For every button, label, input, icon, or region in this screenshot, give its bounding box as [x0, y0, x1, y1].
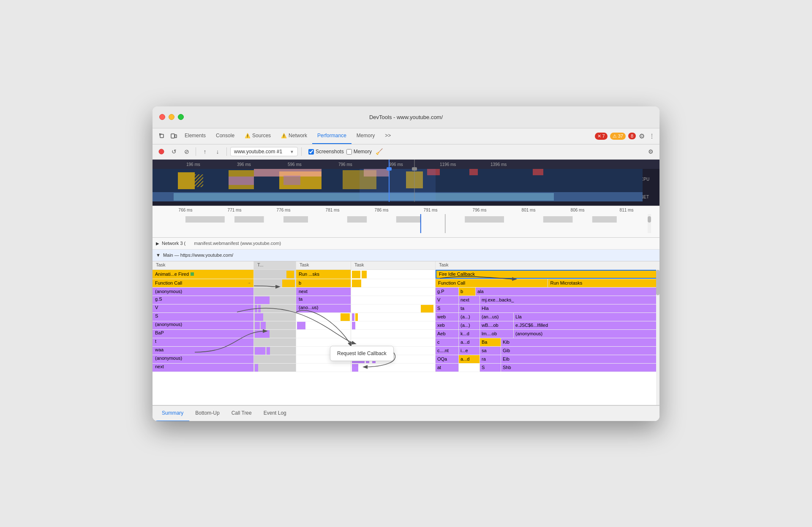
- task-col-3-header: Task: [296, 261, 351, 269]
- bottom-tabs: Summary Bottom-Up Call Tree Event Log: [153, 405, 659, 421]
- url-selector[interactable]: www.youtube.com #1 ▼: [230, 147, 298, 156]
- svg-rect-42: [283, 216, 308, 223]
- memory-checkbox-group[interactable]: Memory: [346, 149, 372, 155]
- tab-elements[interactable]: Elements: [180, 128, 211, 144]
- settings-icon[interactable]: ⚙: [636, 130, 648, 142]
- error-badge[interactable]: ✕ 7: [595, 133, 608, 140]
- cell-run-sks[interactable]: Run ...sks: [296, 270, 351, 279]
- minimize-button[interactable]: [169, 114, 174, 120]
- download-button[interactable]: ↓: [212, 146, 223, 157]
- svg-rect-3: [160, 134, 163, 138]
- warning-badge[interactable]: ⚠ 37: [610, 133, 626, 140]
- info-badge[interactable]: 8: [628, 133, 636, 139]
- svg-rect-31: [283, 176, 300, 185]
- record-button[interactable]: [156, 146, 167, 157]
- svg-rect-19: [178, 172, 195, 189]
- main-expand-icon[interactable]: ▼: [156, 253, 161, 258]
- table-row: waa c....nt i...e sa Gib: [153, 347, 659, 355]
- flame-chart[interactable]: Task T... Task Task Task Animati...e Fir…: [153, 261, 659, 405]
- svg-text:796 ms: 796 ms: [338, 162, 352, 167]
- table-row: (anonymous) next g.P b ala: [153, 288, 659, 296]
- tab-summary[interactable]: Summary: [156, 405, 189, 421]
- svg-rect-41: [234, 216, 264, 223]
- chevron-right-icon: >>: [385, 133, 391, 139]
- svg-rect-37: [387, 167, 392, 171]
- cursor-icon[interactable]: [156, 130, 168, 142]
- svg-rect-5: [175, 135, 177, 138]
- table-row: S web (a...) (an...us) Lla: [153, 313, 659, 321]
- svg-rect-8: [153, 160, 659, 169]
- broom-button[interactable]: 🧹: [373, 146, 384, 157]
- table-row: g.S ta V next mj.exe...backs_: [153, 296, 659, 304]
- sep-2: [226, 147, 227, 156]
- task-col-4-header: Task: [351, 261, 436, 269]
- network-expand-icon[interactable]: ▶: [156, 241, 159, 246]
- devtools-window: DevTools - www.youtube.com/ Elements Con…: [153, 106, 659, 421]
- sep-1: [196, 147, 196, 156]
- nav-tabs: Elements Console ⚠️ Sources ⚠️ Network P…: [153, 128, 659, 144]
- svg-text:1196 ms: 1196 ms: [440, 162, 456, 167]
- timeline-detail[interactable]: 766 ms 771 ms 776 ms 781 ms 786 ms 791 m…: [153, 206, 659, 238]
- cell-fire-idle[interactable]: Fire Idle Callback: [436, 270, 659, 279]
- cell-anim-fired[interactable]: Animati...e Fired: [153, 270, 254, 279]
- network-section-row: ▶ Network 3 ( manifest.webmanifest (www.…: [153, 238, 659, 250]
- warn-sources-icon: ⚠️: [245, 133, 251, 139]
- svg-rect-43: [347, 216, 367, 223]
- svg-rect-34: [360, 169, 436, 201]
- titlebar: DevTools - www.youtube.com/: [153, 106, 659, 128]
- svg-rect-38: [412, 167, 417, 171]
- svg-rect-20: [195, 174, 203, 187]
- tab-network[interactable]: ⚠️ Network: [276, 128, 312, 144]
- screenshots-label[interactable]: Screenshots: [308, 149, 344, 155]
- vertical-scrollbar[interactable]: [656, 261, 659, 405]
- capture-settings-icon[interactable]: ⚙: [645, 146, 656, 157]
- svg-rect-30: [229, 177, 254, 185]
- table-row: BaP Aeb k...d lm....ob (anonymous): [153, 330, 659, 338]
- table-row: t c a...d Ba Kib: [153, 338, 659, 347]
- maximize-button[interactable]: [178, 114, 184, 120]
- memory-checkbox[interactable]: [346, 149, 352, 155]
- svg-rect-40: [185, 216, 225, 223]
- traffic-lights: [159, 114, 184, 120]
- tab-memory[interactable]: Memory: [352, 128, 380, 144]
- dropdown-icon[interactable]: ▼: [290, 149, 294, 154]
- scrollbar-thumb[interactable]: [656, 270, 659, 295]
- svg-rect-4: [171, 134, 174, 138]
- nav-badges: ✕ 7 ⚠ 37 8: [595, 133, 636, 140]
- devtools-body: Elements Console ⚠️ Sources ⚠️ Network P…: [153, 128, 659, 421]
- close-button[interactable]: [159, 114, 165, 120]
- toolbar: ↺ ⊘ ↑ ↓ www.youtube.com #1 ▼ Screenshots…: [153, 144, 659, 160]
- tab-event-log[interactable]: Event Log: [258, 405, 292, 421]
- clear-button[interactable]: ⊘: [181, 146, 192, 157]
- tab-more[interactable]: >>: [380, 128, 396, 144]
- tab-console[interactable]: Console: [211, 128, 240, 144]
- svg-text:996 ms: 996 ms: [389, 162, 403, 167]
- table-row: next at S Shb: [153, 364, 659, 372]
- tab-bottom-up[interactable]: Bottom-Up: [189, 405, 225, 421]
- task-col-2-header: T...: [254, 261, 296, 269]
- reload-button[interactable]: ↺: [169, 146, 180, 157]
- screenshots-checkbox[interactable]: [308, 149, 314, 155]
- svg-text:196 ms: 196 ms: [186, 162, 200, 167]
- svg-text:596 ms: 596 ms: [288, 162, 302, 167]
- table-row: Function Call → b Function Call Run Micr…: [153, 279, 659, 288]
- warn-network-icon: ⚠️: [281, 133, 287, 139]
- svg-rect-46: [543, 216, 573, 223]
- svg-rect-28: [469, 169, 478, 175]
- screenshot-checkbox-group: Screenshots Memory: [308, 149, 372, 155]
- sep-3: [301, 147, 302, 156]
- svg-rect-25: [254, 169, 322, 177]
- more-icon[interactable]: ⋮: [648, 130, 656, 142]
- task-col-1-header: Task: [153, 261, 254, 269]
- svg-text:396 ms: 396 ms: [237, 162, 251, 167]
- timeline-overview[interactable]: 196 ms 396 ms 596 ms 796 ms 996 ms 1196 …: [153, 160, 659, 206]
- tab-sources[interactable]: ⚠️ Sources: [240, 128, 276, 144]
- upload-button[interactable]: ↑: [199, 146, 210, 157]
- device-icon[interactable]: [168, 130, 180, 142]
- tab-call-tree[interactable]: Call Tree: [226, 405, 258, 421]
- svg-rect-44: [396, 216, 421, 223]
- table-row: (anonymous) OQa a...d ra Eib: [153, 355, 659, 364]
- table-row: (anonymous) xeb (a...) wB....ob e.JSC$6.…: [153, 321, 659, 330]
- svg-point-6: [159, 149, 164, 154]
- tab-performance[interactable]: Performance: [312, 128, 352, 144]
